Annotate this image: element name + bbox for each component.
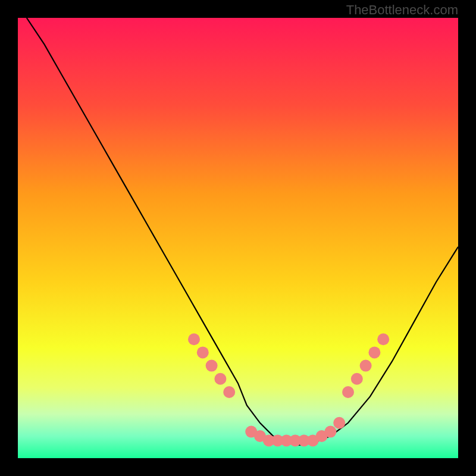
plot-area bbox=[18, 18, 458, 458]
chart-frame: TheBottleneck.com bbox=[0, 0, 476, 476]
marker-dot bbox=[377, 333, 389, 345]
marker-dot bbox=[214, 373, 226, 385]
chart-svg bbox=[18, 18, 458, 458]
marker-dot bbox=[342, 386, 354, 398]
marker-dot bbox=[368, 346, 380, 358]
marker-dot bbox=[351, 373, 363, 385]
watermark-text: TheBottleneck.com bbox=[346, 2, 458, 18]
gradient-background bbox=[18, 18, 458, 458]
marker-dot bbox=[206, 360, 218, 372]
marker-dot bbox=[223, 386, 235, 398]
marker-dot bbox=[333, 417, 345, 429]
marker-dot bbox=[324, 426, 336, 438]
marker-dot bbox=[360, 360, 372, 372]
marker-dot bbox=[188, 333, 200, 345]
marker-dot bbox=[197, 346, 209, 358]
